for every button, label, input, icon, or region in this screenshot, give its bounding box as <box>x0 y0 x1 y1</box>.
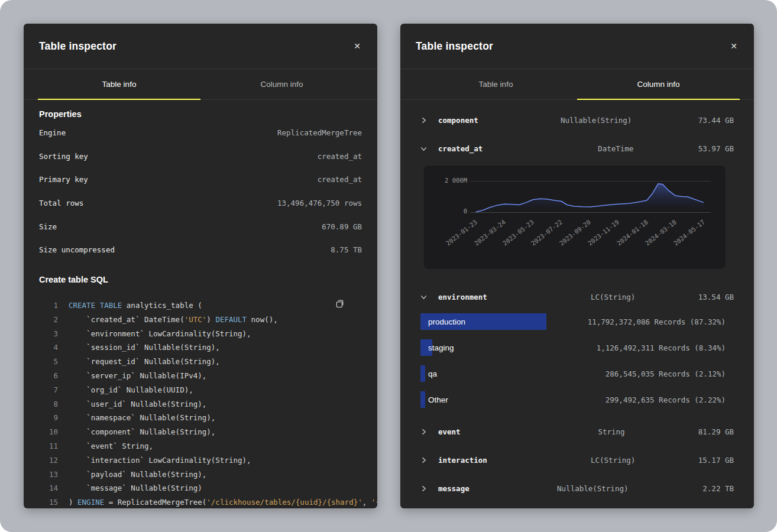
value-count: 1,126,492,311 Records (8.34%) <box>597 343 726 352</box>
line-number: 10 <box>39 427 58 436</box>
sql-line: 5 `request_id` Nullable(String), <box>39 355 362 369</box>
sql-line: 7 `org_id` Nullable(UUID), <box>39 382 362 397</box>
tab-column-info[interactable]: Column info <box>577 69 740 99</box>
line-number: 3 <box>39 329 58 338</box>
dialog-header: Table inspector ✕ <box>24 24 377 69</box>
property-value: ReplicatedMergeTree <box>277 128 362 137</box>
column-type: Nullable(String) <box>488 116 632 125</box>
environment-value-row[interactable]: Other299,492,635 Records (2.22%) <box>420 391 726 408</box>
property-value: created_at <box>318 152 362 161</box>
created-at-distribution-chart: 2 000M 0 2023-01-232023-03-242023-05-232… <box>424 166 726 269</box>
table-inspector-dialog-column-info: Table inspector ✕ Table info Column info… <box>400 24 754 508</box>
x-axis-tick-label: 2023-03-24 <box>473 218 507 246</box>
property-row: Size uncompressed8.75 TB <box>39 238 362 262</box>
value-count: 11,792,372,086 Records (87.32%) <box>588 317 726 326</box>
sql-text: `message` Nullable(String) <box>69 484 202 492</box>
chevron-down-icon <box>420 145 429 152</box>
properties-heading: Properties <box>39 109 362 119</box>
tab-bar: Table info Column info <box>24 69 377 100</box>
sql-line: 3 `environment` LowCardinality(String), <box>39 326 362 340</box>
sql-line: 13 `payload` Nullable(String), <box>39 467 362 481</box>
column-type: String <box>470 427 625 436</box>
property-label: Size uncompressed <box>39 245 115 254</box>
tab-column-info[interactable]: Column info <box>200 69 363 99</box>
line-number: 15 <box>39 498 58 507</box>
line-number: 12 <box>39 456 58 465</box>
property-label: Primary key <box>39 175 88 184</box>
chevron-right-icon <box>420 485 429 492</box>
line-number: 11 <box>39 442 58 450</box>
chevron-right-icon <box>420 456 429 463</box>
x-axis-tick-label: 2024-01-18 <box>615 218 649 246</box>
line-number: 8 <box>39 400 58 408</box>
y-axis-tick-label: 2 000M <box>430 177 467 184</box>
value-label: production <box>428 317 465 326</box>
value-count: 286,545,035 Records (2.12%) <box>606 369 726 378</box>
x-axis-tick-label: 2023-11-19 <box>587 218 620 246</box>
x-axis-tick-label: 2023-09-20 <box>558 218 592 246</box>
sql-text: `payload` Nullable(String), <box>69 470 206 479</box>
tab-table-info[interactable]: Table info <box>415 69 577 99</box>
copy-icon[interactable] <box>332 297 347 312</box>
environment-value-row[interactable]: production11,792,372,086 Records (87.32%… <box>420 313 726 330</box>
sql-line: 9 `namespace` Nullable(String), <box>39 411 362 425</box>
sql-text: `server_ip` Nullable(IPv4), <box>69 371 206 380</box>
properties-list: EngineReplicatedMergeTreeSorting keycrea… <box>39 121 362 262</box>
dialog-header: Table inspector ✕ <box>400 24 754 69</box>
value-label: Other <box>428 395 448 404</box>
sql-line: 12 `interaction` LowCardinality(String), <box>39 453 362 467</box>
property-label: Total rows <box>39 199 83 207</box>
line-number: 5 <box>39 357 58 366</box>
value-bar <box>420 365 425 382</box>
column-type: Nullable(String) <box>479 484 629 493</box>
property-value: 8.75 TB <box>331 245 362 254</box>
property-row: Total rows13,496,476,750 rows <box>39 192 362 215</box>
sql-code-block: 1CREATE TABLE analytics_table (2 `create… <box>39 293 362 508</box>
column-name: created_at <box>438 144 483 153</box>
table-info-content: Properties EngineReplicatedMergeTreeSort… <box>24 109 377 508</box>
column-row-interaction[interactable]: interaction LC(String) 15.17 GB <box>420 446 734 474</box>
table-inspector-dialog-table-info: Table inspector ✕ Table info Column info… <box>24 24 377 508</box>
sql-line: 2 `created_at` DateTime('UTC') DEFAULT n… <box>39 312 362 326</box>
column-type: LC(String) <box>497 293 635 301</box>
column-row-component[interactable]: component Nullable(String) 73.44 GB <box>420 106 734 134</box>
sql-text: `request_id` Nullable(String), <box>69 357 220 366</box>
column-size: 13.54 GB <box>645 293 734 301</box>
sql-text: `component` Nullable(String), <box>69 427 215 436</box>
property-label: Engine <box>39 128 66 137</box>
sql-line: 14 `message` Nullable(String) <box>39 481 362 495</box>
sql-line: 1CREATE TABLE analytics_table ( <box>39 299 362 313</box>
column-row-created-at[interactable]: created_at DateTime 53.97 GB <box>420 134 734 163</box>
environment-value-row[interactable]: staging1,126,492,311 Records (8.34%) <box>420 339 726 356</box>
column-size: 15.17 GB <box>645 456 734 465</box>
close-icon[interactable]: ✕ <box>728 40 740 53</box>
line-number: 2 <box>39 315 58 324</box>
x-axis-tick-label: 2023-07-22 <box>530 218 564 246</box>
property-value: 670.89 GB <box>322 222 362 231</box>
column-size: 73.44 GB <box>641 116 734 125</box>
column-name: interaction <box>438 456 487 465</box>
close-icon[interactable]: ✕ <box>351 40 363 53</box>
line-number: 13 <box>39 470 58 479</box>
environment-value-bars: production11,792,372,086 Records (87.32%… <box>420 313 734 408</box>
column-row-event[interactable]: event String 81.29 GB <box>420 417 734 446</box>
sql-line: 6 `server_ip` Nullable(IPv4), <box>39 369 362 383</box>
sql-line: 15) ENGINE = ReplicatedMergeTree('/click… <box>39 495 362 508</box>
environment-value-row[interactable]: qa286,545,035 Records (2.12%) <box>420 365 726 382</box>
property-row: Sorting keycreated_at <box>39 145 362 168</box>
desktop-background: Table inspector ✕ Table info Column info… <box>0 0 777 532</box>
column-type: LC(String) <box>497 456 635 465</box>
value-count: 299,492,635 Records (2.22%) <box>606 395 726 404</box>
property-label: Size <box>39 222 57 231</box>
sql-line: 4 `session_id` Nullable(String), <box>39 340 362 355</box>
column-row-message[interactable]: message Nullable(String) 2.22 TB <box>420 474 734 502</box>
sql-text: `namespace` Nullable(String), <box>69 413 215 422</box>
sql-text: ) ENGINE = ReplicatedMergeTree('/clickho… <box>69 498 377 507</box>
column-row-environment[interactable]: environment LC(String) 13.54 GB <box>420 283 734 311</box>
value-label: qa <box>428 369 437 378</box>
tab-table-info[interactable]: Table info <box>38 69 200 99</box>
sql-text: CREATE TABLE analytics_table ( <box>69 301 202 310</box>
sql-text: `event` String, <box>69 442 153 450</box>
property-value: created_at <box>318 175 362 184</box>
sql-line: 11 `event` String, <box>39 439 362 453</box>
